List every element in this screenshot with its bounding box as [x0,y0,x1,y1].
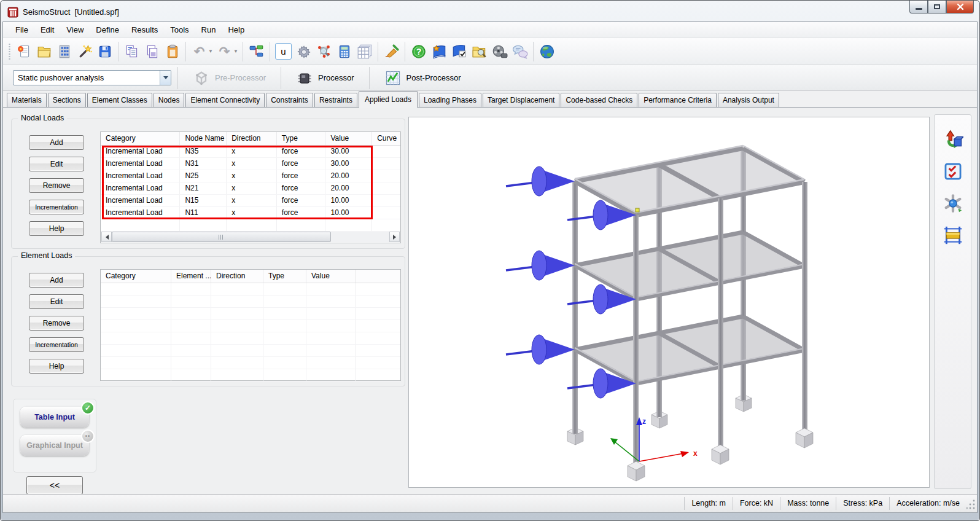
help-icon[interactable]: ? [409,42,428,61]
tab-materials[interactable]: Materials [7,93,47,107]
col-curve[interactable]: Curve [372,132,400,145]
tab-analysis-output[interactable]: Analysis Output [718,93,779,107]
building-model-icon[interactable] [55,42,74,61]
nodal-incrementation-button[interactable]: Incrementation [29,200,84,214]
table-row[interactable]: Incremental Load N21 x force 20.00 [101,182,400,195]
format-brush-icon[interactable] [382,42,401,61]
post-processor-button[interactable]: Post-Processor [376,66,470,90]
table-input-button[interactable]: Table Input ✓ [20,407,89,428]
analysis-type-select[interactable]: Static pushover analysis [13,70,171,85]
settings-gear-icon[interactable] [294,42,313,61]
nodal-add-button[interactable]: Add [29,135,84,150]
col-element[interactable]: Element ... [171,270,211,283]
table-grid-icon[interactable] [355,42,374,61]
col-category[interactable]: Category [101,132,180,145]
open-project-icon[interactable] [34,42,53,61]
undo-dropdown-arrow[interactable]: ▼ [208,49,214,54]
menu-results[interactable]: Results [125,23,164,36]
model-3d-viewport[interactable]: x z [408,117,930,488]
redo-dropdown-arrow[interactable]: ▼ [233,49,239,54]
table-row[interactable]: Incremental Load N15 x force 10.00 [101,195,400,207]
nodal-help-button[interactable]: Help [29,221,84,236]
tutorial-book-icon[interactable] [429,42,448,61]
calculator-icon[interactable] [335,42,354,61]
units-button[interactable]: u [274,42,293,61]
menu-run[interactable]: Run [195,23,222,36]
wizard-icon[interactable] [75,42,94,61]
analysis-type-dropdown-button[interactable] [160,71,171,85]
verify-book-icon[interactable] [449,42,469,61]
table-row[interactable]: Incremental Load N35 x force 30.00 [101,146,400,158]
scroll-right-button[interactable] [389,232,400,242]
element-incrementation-button[interactable]: Incrementation [29,337,84,352]
table-row[interactable]: Incremental Load N31 x force 30.00 [101,158,400,170]
col-node-name[interactable]: Node Name [180,132,227,145]
video-icon[interactable] [490,42,509,61]
table-row[interactable]: Incremental Load N11 x force 10.00 [101,207,400,219]
tab-element-connectivity[interactable]: Element Connectivity [185,93,265,107]
nodes-visibility-icon[interactable] [942,192,964,214]
cell-direction: x [227,158,277,170]
feedback-icon[interactable] [510,42,529,61]
menu-define[interactable]: Define [90,23,125,36]
collapse-panel-button[interactable]: << [26,476,83,494]
main-toolbar: ↶ ▼ ↷ ▼ u [3,38,977,65]
resize-grip-icon[interactable] [966,497,976,510]
col-direction[interactable]: Direction [227,132,277,145]
element-add-button[interactable]: Add [29,273,84,288]
save-project-icon[interactable] [95,42,114,61]
element-help-button[interactable]: Help [29,359,84,374]
col-direction[interactable]: Direction [211,270,263,283]
tab-element-classes[interactable]: Element Classes [87,93,152,107]
tab-sections[interactable]: Sections [48,93,86,107]
tab-target-displacement[interactable]: Target Displacement [483,93,559,107]
menu-view[interactable]: View [60,23,90,36]
tab-loading-phases[interactable]: Loading Phases [419,93,481,107]
close-button[interactable] [946,1,974,14]
processor-button[interactable]: Processor [287,66,363,90]
tab-code-based-checks[interactable]: Code-based Checks [561,93,637,107]
element-remove-button[interactable]: Remove [29,316,84,331]
redo-button[interactable]: ↷ [215,42,234,61]
table-row[interactable]: Incremental Load N25 x force 20.00 [101,170,400,182]
element-edit-button[interactable]: Edit [29,294,84,309]
col-type[interactable]: Type [277,132,326,145]
menu-file[interactable]: File [9,23,34,36]
tab-nodes[interactable]: Nodes [154,93,185,107]
nodal-remove-button[interactable]: Remove [29,178,84,193]
toolbar-drag-grip[interactable] [8,43,11,60]
tab-performance-criteria[interactable]: Performance Criteria [639,93,717,107]
duplicate-icon[interactable] [142,42,161,61]
scroll-thumb[interactable] [112,232,331,242]
search-folder-icon[interactable] [470,42,489,61]
toolbar-separator [185,42,186,61]
col-type[interactable]: Type [263,270,306,283]
scroll-track[interactable] [112,232,389,242]
tab-applied-loads[interactable]: Applied Loads [359,91,418,108]
nodal-edit-button[interactable]: Edit [29,157,84,171]
deformed-shape-icon[interactable] [942,128,964,151]
scroll-left-button[interactable] [101,232,112,242]
nodal-table-hscrollbar[interactable] [101,232,400,242]
tab-constraints[interactable]: Constraints [266,93,313,107]
table-row-empty[interactable] [101,219,400,232]
copy-icon[interactable] [122,42,141,61]
graphical-input-button[interactable]: Graphical Input •• [20,435,89,456]
minimize-button[interactable] [909,1,928,14]
connectivity-icon[interactable] [247,42,266,61]
menu-edit[interactable]: Edit [34,23,60,36]
restore-button[interactable] [928,1,946,14]
menu-tools[interactable]: Tools [164,23,195,36]
paste-icon[interactable] [163,42,182,61]
col-value[interactable]: Value [325,132,372,145]
col-category[interactable]: Category [101,270,171,283]
undo-button[interactable]: ↶ [190,42,209,61]
menu-help[interactable]: Help [222,23,251,36]
col-value[interactable]: Value [306,270,356,283]
elements-visibility-icon[interactable] [942,224,964,246]
globe-icon[interactable] [537,42,556,61]
performance-criteria-icon[interactable] [942,160,964,182]
tab-restraints[interactable]: Restraints [314,93,357,107]
model-viewer-icon[interactable] [314,42,333,61]
new-project-icon[interactable] [14,42,33,61]
